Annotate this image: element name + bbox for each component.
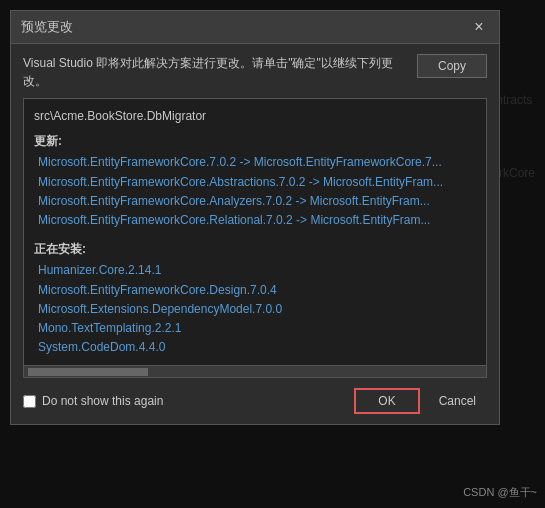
project-path: src\Acme.BookStore.DbMigrator bbox=[34, 107, 476, 126]
install-item-3: Microsoft.Extensions.DependencyModel.7.0… bbox=[34, 300, 476, 319]
install-item-1: Humanizer.Core.2.14.1 bbox=[34, 261, 476, 280]
do-not-show-checkbox[interactable] bbox=[23, 395, 36, 408]
install-section-title: 正在安装: bbox=[34, 240, 476, 259]
install-item-2: Microsoft.EntityFrameworkCore.Design.7.0… bbox=[34, 281, 476, 300]
dialog-titlebar: 预览更改 × bbox=[11, 11, 499, 44]
install-item-5: System.CodeDom.4.4.0 bbox=[34, 338, 476, 357]
install-item-4: Mono.TextTemplating.2.2.1 bbox=[34, 319, 476, 338]
update-section-title: 更新: bbox=[34, 132, 476, 151]
dialog-description: Visual Studio 即将对此解决方案进行更改。请单击"确定"以继续下列更… bbox=[23, 54, 407, 90]
do-not-show-label: Do not show this again bbox=[42, 394, 163, 408]
horizontal-scrollbar[interactable] bbox=[23, 366, 487, 378]
footer-buttons: OK Cancel bbox=[354, 388, 487, 414]
close-button[interactable]: × bbox=[469, 17, 489, 37]
dialog-header: Visual Studio 即将对此解决方案进行更改。请单击"确定"以继续下列更… bbox=[11, 44, 499, 98]
cancel-button[interactable]: Cancel bbox=[428, 388, 487, 414]
dialog-footer: Do not show this again OK Cancel bbox=[11, 378, 499, 424]
update-item-1: Microsoft.EntityFrameworkCore.7.0.2 -> M… bbox=[34, 153, 476, 172]
dialog-content-area[interactable]: src\Acme.BookStore.DbMigrator 更新: Micros… bbox=[23, 98, 487, 366]
dialog: 预览更改 × Visual Studio 即将对此解决方案进行更改。请单击"确定… bbox=[10, 10, 500, 425]
h-scrollbar-thumb bbox=[28, 368, 148, 376]
copy-button[interactable]: Copy bbox=[417, 54, 487, 78]
update-item-4: Microsoft.EntityFrameworkCore.Relational… bbox=[34, 211, 476, 230]
dialog-title: 预览更改 bbox=[21, 18, 73, 36]
checkbox-area: Do not show this again bbox=[23, 394, 163, 408]
watermark: CSDN @鱼干~ bbox=[463, 485, 537, 500]
update-item-3: Microsoft.EntityFrameworkCore.Analyzers.… bbox=[34, 192, 476, 211]
ok-button[interactable]: OK bbox=[354, 388, 419, 414]
update-item-2: Microsoft.EntityFrameworkCore.Abstractio… bbox=[34, 173, 476, 192]
